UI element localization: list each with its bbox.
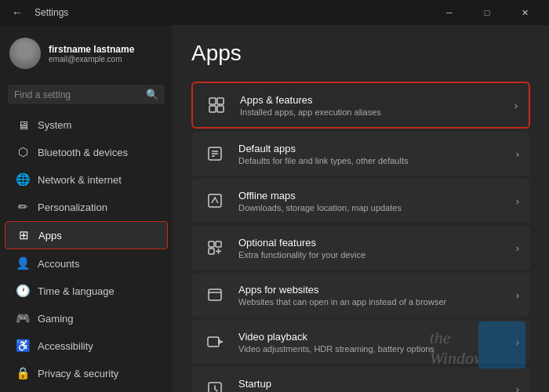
item-text-optional-features: Optional features Extra functionality fo…	[238, 237, 505, 260]
item-title-apps-websites: Apps for websites	[238, 284, 505, 296]
search-input[interactable]	[14, 89, 141, 100]
svg-rect-2	[209, 106, 216, 112]
svg-rect-10	[216, 241, 221, 247]
nav-icon-network: 🌐	[16, 172, 30, 187]
item-icon-default-apps	[202, 141, 227, 166]
sidebar-item-accessibility[interactable]: ♿ Accessibility	[5, 332, 168, 359]
back-button[interactable]: ←	[6, 2, 28, 24]
chevron-icon-startup: ›	[516, 383, 519, 393]
svg-rect-8	[209, 194, 221, 207]
item-icon-startup	[202, 376, 227, 392]
user-name: firstname lastname	[49, 44, 163, 55]
nav-label-network: Network & internet	[38, 174, 122, 186]
settings-list: Apps & features Installed apps, app exec…	[191, 82, 530, 392]
titlebar-controls: ─ □ ✕	[431, 0, 543, 25]
search-box[interactable]: 🔍	[8, 85, 165, 104]
sidebar-item-network[interactable]: 🌐 Network & internet	[5, 166, 168, 193]
settings-item-apps-features[interactable]: Apps & features Installed apps, app exec…	[191, 82, 530, 129]
titlebar-title: Settings	[35, 7, 68, 18]
sidebar-item-apps[interactable]: ⊞ Apps	[5, 221, 168, 249]
nav-label-accessibility: Accessibility	[38, 340, 93, 352]
chevron-icon-offline-maps: ›	[516, 195, 519, 207]
svg-rect-0	[209, 98, 216, 104]
chevron-icon-video-playback: ›	[516, 336, 519, 348]
item-desc-apps-websites: Websites that can open in an app instead…	[238, 297, 505, 307]
item-title-apps-features: Apps & features	[240, 94, 504, 106]
svg-rect-9	[209, 241, 214, 247]
sidebar-item-privacy[interactable]: 🔒 Privacy & security	[5, 360, 168, 387]
nav-icon-apps: ⊞	[16, 228, 31, 242]
settings-item-optional-features[interactable]: Optional features Extra functionality fo…	[191, 226, 530, 270]
item-icon-offline-maps	[202, 188, 227, 213]
svg-rect-16	[208, 337, 219, 347]
sidebar-item-time[interactable]: 🕐 Time & language	[5, 278, 168, 304]
item-text-apps-websites: Apps for websites Websites that can open…	[238, 284, 505, 307]
nav-icon-accounts: 👤	[16, 256, 30, 270]
nav-icon-personalization: ✏	[16, 200, 30, 214]
maximize-button[interactable]: □	[469, 0, 505, 25]
chevron-icon-optional-features: ›	[516, 242, 519, 254]
content-area: Apps Apps & features Installed apps, app…	[173, 25, 549, 392]
avatar-image	[9, 38, 41, 69]
nav-icon-accessibility: ♿	[16, 339, 30, 353]
nav-label-apps: Apps	[38, 230, 62, 241]
settings-item-apps-websites[interactable]: Apps for websites Websites that can open…	[191, 273, 530, 317]
settings-item-offline-maps[interactable]: Offline maps Downloads, storage location…	[191, 179, 530, 223]
item-title-offline-maps: Offline maps	[238, 190, 505, 201]
sidebar-item-accounts[interactable]: 👤 Accounts	[5, 250, 168, 277]
item-desc-optional-features: Extra functionality for your device	[238, 250, 505, 260]
item-text-apps-features: Apps & features Installed apps, app exec…	[240, 94, 504, 117]
nav-label-system: System	[38, 119, 71, 131]
nav-container: 🖥 System ⬡ Bluetooth & devices 🌐 Network…	[0, 111, 173, 392]
nav-icon-system: 🖥	[16, 118, 30, 132]
item-text-offline-maps: Offline maps Downloads, storage location…	[238, 190, 505, 212]
sidebar-item-gaming[interactable]: 🎮 Gaming	[5, 305, 168, 332]
nav-label-time: Time & language	[38, 285, 115, 297]
svg-rect-11	[209, 249, 214, 254]
minimize-button[interactable]: ─	[431, 0, 467, 25]
nav-label-personalization: Personalization	[38, 201, 107, 213]
page-title: Apps	[191, 41, 530, 66]
close-button[interactable]: ✕	[507, 0, 543, 25]
item-desc-apps-features: Installed apps, app execution aliases	[240, 107, 504, 117]
svg-rect-3	[217, 106, 224, 112]
item-icon-optional-features	[202, 235, 227, 260]
sidebar-item-system[interactable]: 🖥 System	[5, 111, 168, 138]
nav-label-accounts: Accounts	[38, 258, 79, 270]
nav-icon-time: 🕐	[16, 284, 30, 298]
item-text-video-playback: Video playback Video adjustments, HDR st…	[238, 331, 505, 354]
user-section: firstname lastname email@example.com	[0, 25, 173, 82]
nav-icon-bluetooth: ⬡	[16, 145, 30, 159]
svg-rect-1	[217, 98, 224, 104]
titlebar: ← Settings ─ □ ✕	[0, 0, 549, 25]
nav-label-bluetooth: Bluetooth & devices	[38, 147, 128, 158]
item-icon-apps-websites	[202, 282, 227, 307]
item-text-default-apps: Default apps Defaults for file and link …	[238, 143, 505, 165]
item-title-default-apps: Default apps	[238, 143, 505, 154]
item-icon-video-playback	[202, 329, 227, 354]
item-desc-video-playback: Video adjustments, HDR streaming, batter…	[238, 344, 505, 354]
sidebar: firstname lastname email@example.com 🔍 🖥…	[0, 25, 173, 392]
svg-rect-14	[209, 289, 221, 300]
avatar	[9, 38, 41, 69]
titlebar-left: ← Settings	[6, 2, 68, 24]
item-title-video-playback: Video playback	[238, 331, 505, 343]
settings-item-video-playback[interactable]: Video playback Video adjustments, HDR st…	[191, 320, 530, 364]
sidebar-item-update[interactable]: ⟳ Windows Update	[5, 387, 168, 392]
settings-item-startup[interactable]: Startup Apps that start automatically wh…	[191, 367, 530, 392]
chevron-icon-apps-features: ›	[514, 100, 518, 111]
chevron-icon-default-apps: ›	[516, 148, 519, 160]
nav-label-privacy: Privacy & security	[38, 368, 118, 379]
main-layout: firstname lastname email@example.com 🔍 🖥…	[0, 25, 549, 392]
sidebar-item-personalization[interactable]: ✏ Personalization	[5, 194, 168, 220]
user-email: email@example.com	[49, 55, 163, 64]
item-icon-apps-features	[204, 93, 229, 118]
settings-item-default-apps[interactable]: Default apps Defaults for file and link …	[191, 132, 530, 176]
chevron-icon-apps-websites: ›	[516, 289, 519, 301]
nav-label-gaming: Gaming	[38, 313, 74, 325]
user-info: firstname lastname email@example.com	[49, 44, 163, 64]
nav-icon-gaming: 🎮	[16, 311, 30, 325]
sidebar-item-bluetooth[interactable]: ⬡ Bluetooth & devices	[5, 139, 168, 165]
item-title-startup: Startup	[238, 378, 505, 390]
item-title-optional-features: Optional features	[238, 237, 505, 249]
